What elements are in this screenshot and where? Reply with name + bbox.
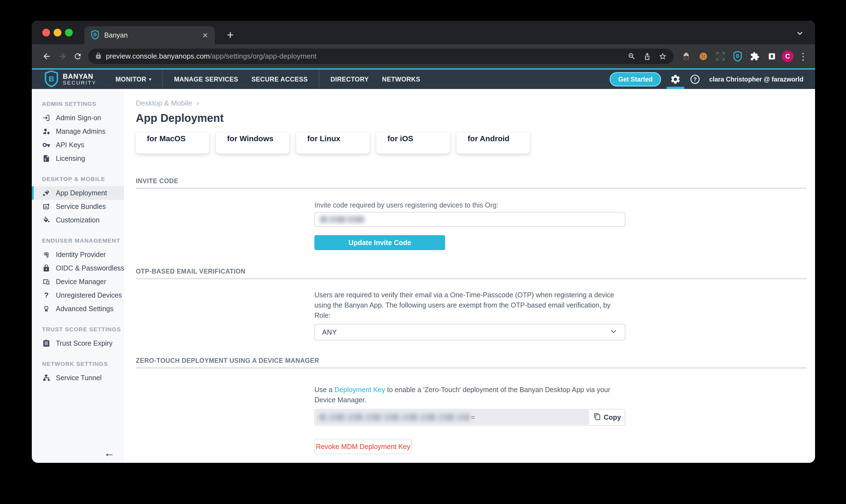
sidebar-item-device-manager[interactable]: Device Manager [32, 275, 124, 288]
svg-text:B: B [93, 32, 96, 37]
license-icon [42, 155, 50, 163]
sidebar-item-trust-score-expiry[interactable]: Trust Score Expiry [32, 337, 124, 350]
new-tab-button[interactable]: + [222, 27, 239, 43]
deployment-key-suffix: = [471, 413, 475, 421]
nav-item-manage-services[interactable]: MANAGE SERVICES [167, 70, 245, 89]
tunnel-icon [42, 374, 50, 382]
sidebar-item-label: API Keys [56, 141, 84, 149]
sidebar-item-identity-provider[interactable]: Identity Provider [32, 248, 124, 262]
url-path: /app/settings/org/app-deployment [210, 52, 317, 60]
sidebar-item-label: Service Bundles [56, 202, 106, 211]
brand-line-2: SECURITY [63, 80, 96, 86]
zoom-out-icon[interactable] [628, 52, 636, 60]
screen-capture-icon[interactable] [715, 51, 726, 62]
download-card-for-macos[interactable]: for MacOS [136, 133, 209, 154]
lock-icon [42, 264, 50, 272]
key-icon [42, 141, 50, 149]
tab-search-chevron-icon[interactable] [796, 29, 804, 38]
section-divider [136, 367, 807, 368]
sidebar-item-licensing[interactable]: Licensing [32, 152, 124, 165]
nav-item-networks[interactable]: NETWORKS [375, 70, 427, 89]
sidebar-section-admin-settings: ADMIN SETTINGSAdmin Sign-onManage Admins… [32, 101, 124, 165]
card-label: for Linux [307, 134, 370, 143]
svg-text:?: ? [44, 291, 48, 299]
sidebar-item-advanced-settings[interactable]: Advanced Settings [32, 302, 124, 316]
sidebar-item-service-bundles[interactable]: Service Bundles [32, 200, 124, 213]
banyan-extension-icon[interactable]: B [732, 51, 743, 62]
forward-button[interactable] [54, 49, 70, 64]
update-invite-code-button[interactable]: Update Invite Code [314, 235, 445, 250]
download-card-for-android[interactable]: for Android [456, 133, 530, 154]
card-label: for Windows [227, 134, 289, 143]
sidebar-item-customization[interactable]: Customization [32, 213, 124, 227]
download-card-for-ios[interactable]: for iOS [376, 133, 450, 154]
help-button[interactable]: ? [690, 74, 700, 85]
main-content: Desktop & Mobile › App Deployment for Ma… [124, 89, 815, 463]
invite-code-input[interactable] [314, 212, 625, 227]
url-bar[interactable]: preview.console.banyanops.com/app/settin… [88, 49, 673, 64]
browser-tab[interactable]: B Banyan ✕ [84, 26, 215, 44]
zero-touch-description: Use a Deployment Key to enable a 'Zero-T… [314, 385, 625, 405]
tab-title: Banyan [104, 31, 202, 39]
sidebar-item-service-tunnel[interactable]: Service Tunnel [32, 371, 124, 385]
user-account-label[interactable]: clara Christopher @ farazworld [709, 76, 804, 83]
banyan-logo[interactable]: B BANYAN SECURITY [32, 70, 96, 88]
copy-icon [594, 413, 601, 422]
camera-icon[interactable] [681, 51, 692, 62]
appnav-right: Get Started ? clara Christopher @ farazw… [610, 70, 815, 89]
card-label: for Android [468, 134, 530, 143]
app-body: ADMIN SETTINGSAdmin Sign-onManage Admins… [32, 89, 815, 463]
bookmark-star-icon[interactable] [658, 52, 667, 60]
browser-profile-avatar[interactable]: C [782, 51, 793, 62]
sidebar-section-trust-score-settings: TRUST SCORE SETTINGSTrust Score Expiry [32, 326, 124, 350]
share-icon[interactable] [643, 52, 651, 60]
refresh-button[interactable] [70, 49, 85, 64]
settings-gear-button[interactable] [670, 70, 681, 89]
deployment-key-value[interactable]: = [315, 410, 589, 425]
download-card-for-linux[interactable]: for Linux [296, 133, 370, 154]
sidebar-collapse-button[interactable]: ← [104, 447, 115, 458]
sidebar: ADMIN SETTINGSAdmin Sign-onManage Admins… [32, 89, 124, 463]
admin-user-icon [42, 127, 50, 136]
download-cards: for MacOSfor Windowsfor Linuxfor iOSfor … [136, 133, 805, 154]
download-card-for-windows[interactable]: for Windows [216, 133, 289, 154]
deployment-key-link[interactable]: Deployment Key [335, 386, 385, 394]
nav-item-directory[interactable]: DIRECTORY [324, 70, 375, 89]
breadcrumb-link[interactable]: Desktop & Mobile [136, 99, 192, 107]
otp-exempt-role-select[interactable]: ANY [314, 324, 625, 340]
cookie-icon[interactable] [698, 51, 709, 62]
redacted-deployment-key [319, 414, 470, 421]
copy-deployment-key-button[interactable]: Copy [589, 410, 625, 425]
url-text: preview.console.banyanops.com/app/settin… [106, 52, 317, 60]
sidebar-item-app-deployment[interactable]: App Deployment [32, 186, 124, 200]
tab-close-icon[interactable]: ✕ [202, 32, 208, 39]
revoke-mdm-key-button[interactable]: Revoke MDM Deployment Key [314, 439, 412, 454]
sidebar-item-label: Customization [56, 216, 100, 224]
get-started-button[interactable]: Get Started [610, 72, 661, 87]
browser-menu-kebab-icon[interactable]: ⋮ [798, 52, 808, 61]
sidebar-sections: ADMIN SETTINGSAdmin Sign-onManage Admins… [32, 101, 124, 385]
zt-desc-pre: Use a [314, 386, 334, 394]
back-button[interactable] [39, 49, 54, 64]
breadcrumb[interactable]: Desktop & Mobile › [136, 99, 805, 107]
sidebar-item-api-keys[interactable]: API Keys [32, 138, 124, 152]
rocket-icon [42, 189, 50, 197]
sidebar-item-label: OIDC & Passwordless [56, 264, 124, 272]
maximize-window-button[interactable] [65, 29, 73, 36]
sidebar-item-admin-sign-on[interactable]: Admin Sign-on [32, 111, 124, 125]
nav-item-monitor[interactable]: MONITOR▾ [109, 70, 158, 89]
sidebar-item-label: Device Manager [56, 278, 106, 286]
minimize-window-button[interactable] [54, 29, 61, 36]
caret-down-icon: ▾ [149, 77, 151, 82]
sidebar-item-label: Trust Score Expiry [56, 339, 112, 347]
sidebar-item-unregistered-devices[interactable]: ?Unregistered Devices [32, 288, 124, 302]
extensions-puzzle-icon[interactable] [749, 51, 760, 62]
brand-text: BANYAN SECURITY [63, 73, 96, 86]
sidebar-item-oidc-passwordless[interactable]: OIDC & Passwordless [32, 262, 124, 275]
sidebar-item-label: Unregistered Devices [56, 291, 122, 299]
sidebar-item-manage-admins[interactable]: Manage Admins [32, 125, 124, 138]
close-window-button[interactable] [42, 29, 50, 36]
side-panel-icon[interactable] [766, 51, 777, 62]
nav-item-secure-access[interactable]: SECURE ACCESS [245, 70, 314, 89]
section-divider [136, 278, 807, 280]
